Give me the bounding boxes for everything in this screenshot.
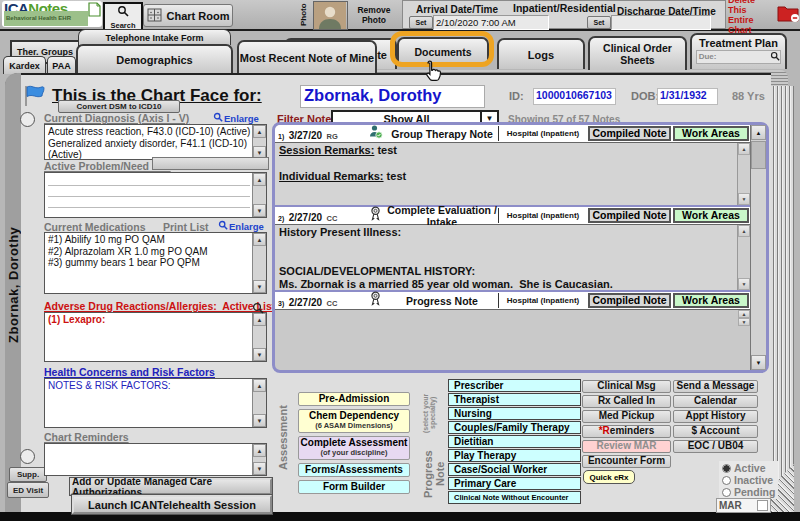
status-radio-pending[interactable]: Pending — [722, 486, 775, 498]
progress-button-couples-family-therapy[interactable]: Couples/Family Therapy — [448, 421, 581, 434]
scroll-up-icon[interactable]: ▲ — [751, 125, 766, 140]
tab-treatment-plan[interactable]: Treatment Plan Due: — [690, 33, 787, 69]
progress-button-play-therapy[interactable]: Play Therapy — [448, 449, 581, 462]
note-header[interactable]: 1) 3/27/20 RGGroup Therapy NoteHospital … — [275, 125, 750, 143]
health-concerns-box[interactable]: NOTES & RISK FACTORS: ▲▼ — [44, 378, 267, 428]
tab-logs[interactable]: Logs — [497, 38, 585, 69]
tab-paa[interactable]: PAA — [47, 56, 76, 74]
supp-button[interactable]: Supp. — [9, 467, 47, 482]
tab-kardex[interactable]: Kardex — [3, 56, 46, 74]
progress-button-clinical-note-without-encounter[interactable]: Clinical Note Without Encounter — [448, 491, 581, 504]
progress-note-section-label: Progress Note(select your specialty) — [422, 383, 446, 505]
scrollbar[interactable]: ▲▼ — [252, 444, 266, 475]
rail-radio-bottom[interactable] — [20, 449, 35, 464]
delete-chart-label: Delete ThisEntire Chart — [728, 0, 774, 35]
assessment-button-forms-assessments[interactable]: Forms/Assessments — [298, 463, 410, 477]
action-button-appt-history[interactable]: Appt History — [673, 410, 758, 423]
mar-checkbox-row[interactable]: MAR — [716, 498, 771, 513]
compiled-note-button[interactable]: Compiled Note — [588, 293, 671, 308]
scrollbar[interactable]: ▲▼ — [252, 233, 266, 293]
notes-scrollbar[interactable]: ▲ ▼ — [750, 125, 766, 370]
treatment-plan-due-field[interactable]: Due: — [696, 50, 782, 64]
mar-checkbox[interactable] — [757, 500, 768, 511]
allergies-label[interactable]: Adverse Drug Reactions/Allergies: Active… — [44, 300, 275, 312]
assessment-button-pre-admission[interactable]: Pre-Admission — [298, 392, 410, 406]
scrollbar[interactable]: ▲▼ — [252, 125, 266, 159]
chart-reminders-label[interactable]: Chart Reminders — [44, 431, 129, 443]
convert-dsm-button[interactable]: Convert DSM to ICD10 — [58, 100, 180, 113]
enlarge-diagnosis-link[interactable]: Enlarge — [213, 112, 259, 124]
work-areas-button[interactable]: Work Areas — [673, 293, 749, 308]
patient-name-field[interactable]: Zbornak, Dorothy — [300, 85, 485, 108]
action-button-rx-called-in[interactable]: Rx Called In — [582, 395, 671, 408]
progress-button-therapist[interactable]: Therapist — [448, 393, 581, 406]
allergies-magnifier-icon[interactable] — [252, 300, 264, 318]
chart-stack-edge-right — [771, 86, 794, 512]
telehealth-button[interactable]: Launch ICANTelehealth Session — [72, 495, 272, 514]
note-scrollbar[interactable]: ▲▼ — [737, 143, 750, 205]
action-button--account[interactable]: $ Account — [673, 425, 758, 438]
progress-button-dietitian[interactable]: Dietitian — [448, 435, 581, 448]
health-concerns-label[interactable]: Health Concerns and Risk Factors — [44, 366, 215, 378]
assessment-button-complete-assessment[interactable]: Complete Assessment(of your discipline) — [298, 436, 410, 460]
note-scrollbar[interactable]: ▲▼ — [737, 225, 750, 290]
compiled-note-button[interactable]: Compiled Note — [588, 208, 671, 223]
arrival-date-field[interactable]: 2/10/2020 7:00 AM — [433, 15, 549, 30]
action-button-encounter-form[interactable]: Encounter Form — [582, 455, 671, 468]
managed-care-button[interactable]: Add or Update Managed Care Authorization… — [70, 478, 272, 495]
arrival-set-button[interactable]: Set — [409, 16, 433, 29]
work-areas-button[interactable]: Work Areas — [673, 126, 749, 141]
assessment-button-form-builder[interactable]: Form Builder — [298, 480, 410, 494]
remove-photo-button[interactable]: Remove Photo — [351, 5, 397, 25]
action-button-calendar[interactable]: Calendar — [673, 395, 758, 408]
patient-id-field[interactable]: 1000010667103 — [533, 88, 616, 105]
progress-button-nursing[interactable]: Nursing — [448, 407, 581, 420]
tab-demographics[interactable]: Demographics — [76, 44, 233, 74]
note-header[interactable]: 3) 2/27/20 CCProgress NoteHospital (Inpa… — [275, 290, 750, 310]
delete-chart-button[interactable]: Delete ThisEntire Chart — [728, 2, 800, 28]
current-diagnosis-label[interactable]: Current Diagnosis (Axis I - V) — [44, 112, 189, 124]
tab-most-recent-note-of-mine[interactable]: Most Recent Note of Mine — [237, 40, 377, 73]
status-radio-active[interactable]: Active — [722, 462, 775, 474]
scrollbar[interactable]: ▲▼ — [252, 173, 266, 217]
status-radio-inactive[interactable]: Inactive — [722, 474, 775, 486]
assessment-button-chem-dependency[interactable]: Chem Dependency(6 ASAM Dimensions) — [298, 409, 410, 433]
scrollbar[interactable]: ▲▼ — [252, 313, 266, 361]
quick-erx-button[interactable]: Quick eRx — [583, 470, 635, 484]
progress-button-case-social-worker[interactable]: Case/Social Worker — [448, 463, 581, 476]
compiled-note-button[interactable]: Compiled Note — [588, 126, 671, 141]
patient-photo[interactable] — [313, 1, 348, 30]
tab-telephone-intake-form[interactable]: Telephone Intake Form — [78, 29, 231, 45]
action-button-review-mar[interactable]: Review MAR — [582, 440, 671, 453]
progress-button-primary-care[interactable]: Primary Care — [448, 477, 581, 490]
allergies-box[interactable]: (1) Lexapro: ▲▼ — [44, 312, 267, 362]
diagnosis-box[interactable]: Acute stress reaction, F43.0 (ICD-10) (A… — [44, 124, 267, 160]
action-button-eoc-ub04[interactable]: EOC / UB04 — [673, 440, 758, 453]
tab-clinical-order-sheets[interactable]: Clinical Order Sheets — [588, 36, 687, 70]
work-areas-button[interactable]: Work Areas — [673, 208, 749, 223]
note-header[interactable]: 2) 2/27/20 CCComplete Evaluation / Intak… — [275, 205, 750, 225]
problem-list-box[interactable]: ▲▼ — [44, 172, 267, 218]
progress-button-prescriber[interactable]: Prescriber — [448, 379, 581, 392]
discharge-set-button[interactable]: Set — [587, 16, 611, 29]
medications-box[interactable]: #1) Abilify 10 mg PO QAM#2) Alprazolam X… — [44, 232, 267, 294]
discharge-date-field[interactable] — [611, 15, 711, 30]
enlarge-medications-link[interactable]: Enlarge — [218, 220, 264, 232]
chart-flag-icon[interactable] — [22, 84, 48, 112]
action-button-med-pickup[interactable]: Med Pickup — [582, 410, 671, 423]
rail-radio-top[interactable] — [20, 112, 35, 127]
chart-room-button[interactable]: Chart Room — [143, 4, 233, 27]
chart-reminders-box[interactable]: ▲▼ — [44, 443, 267, 476]
patient-dob-field[interactable]: 1/31/1932 — [657, 88, 718, 105]
action-button-send-a-message[interactable]: Send a Message — [673, 380, 758, 393]
ed-visit-button[interactable]: ED Visit — [7, 482, 49, 498]
scrollbar[interactable]: ▲▼ — [252, 379, 266, 427]
diagnosis-text: Acute stress reaction, F43.0 (ICD-10) (A… — [45, 125, 253, 159]
action-button--reminders[interactable]: *Reminders — [582, 425, 671, 438]
search-button[interactable]: Search — [103, 2, 143, 31]
scroll-thumb[interactable] — [751, 141, 766, 169]
scroll-down-icon[interactable]: ▼ — [751, 355, 766, 370]
action-button-clinical-msg[interactable]: Clinical Msg — [582, 380, 671, 393]
tab-documents[interactable]: Documents — [397, 37, 489, 64]
problem-list-button[interactable] — [152, 157, 269, 170]
